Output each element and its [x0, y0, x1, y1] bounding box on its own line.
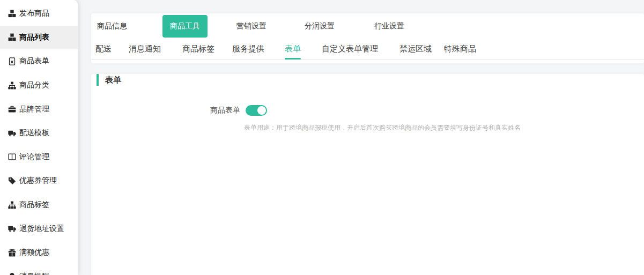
sidebar-item-product-category[interactable]: 商品分类 [0, 73, 78, 98]
tab-product-info[interactable]: 商品信息 [97, 21, 127, 31]
sidebar-item-return-address-settings[interactable]: 退货地址设置 [0, 217, 78, 241]
sidebar-item-label: 满额优惠 [19, 248, 49, 257]
truck-icon [8, 129, 16, 137]
sidebar: 发布商品 商品列表 商品表单 商品分类 品牌管理 配送模板 评论 [0, 0, 78, 275]
subtab-custom-form-management[interactable]: 自定义表单管理 [322, 39, 378, 59]
subtab-shipping[interactable]: 配送 [95, 39, 112, 59]
sidebar-item-label: 消息提醒 [19, 272, 49, 275]
section-accent-bar [97, 74, 99, 86]
bell-icon [8, 272, 16, 275]
sidebar-item-label: 配送模板 [19, 128, 49, 138]
subtab-form[interactable]: 表单 [285, 39, 301, 59]
sidebar-item-label: 发布商品 [19, 9, 49, 18]
sidebar-item-label: 评论管理 [19, 152, 49, 162]
subtab-service-provision[interactable]: 服务提供 [232, 39, 264, 59]
sub-tab-bar: 配送 消息通知 商品标签 服务提供 表单 自定义表单管理 禁运区域 特殊商品 [91, 39, 644, 60]
product-form-row: 商品表单 [91, 105, 644, 116]
sidebar-item-shipping-template[interactable]: 配送模板 [0, 121, 78, 145]
tab-industry-settings[interactable]: 行业设置 [374, 21, 404, 31]
tabs-card: 商品信息 商品工具 营销设置 分润设置 行业设置 配送 消息通知 商品标签 服务… [91, 13, 644, 63]
sidebar-item-full-amount-discount[interactable]: 满额优惠 [0, 241, 78, 265]
sidebar-item-coupon-management[interactable]: 优惠券管理 [0, 169, 78, 193]
form-help-text: 表单用途：用于跨境商品报税使用，开启后首次购买跨境商品的会员需要填写身份证号和真… [244, 123, 644, 132]
tag-icon [8, 177, 16, 185]
sitemap-icon [8, 201, 16, 209]
main-area: 商品信息 商品工具 营销设置 分润设置 行业设置 配送 消息通知 商品标签 服务… [91, 13, 644, 275]
file-x-icon [8, 57, 16, 65]
section-title-text: 表单 [105, 75, 121, 85]
sidebar-item-label: 商品标签 [19, 200, 49, 210]
sidebar-item-label: 优惠券管理 [19, 176, 57, 185]
subtab-special-products[interactable]: 特殊商品 [444, 39, 476, 59]
subtab-embargo-area[interactable]: 禁运区域 [399, 39, 432, 59]
tab-marketing-settings[interactable]: 营销设置 [236, 21, 267, 31]
sidebar-item-label: 商品列表 [19, 33, 49, 42]
cubes-icon [8, 33, 16, 41]
subtab-product-tags[interactable]: 商品标签 [182, 39, 214, 59]
tab-profit-sharing-settings[interactable]: 分润设置 [305, 21, 335, 31]
sitemap-icon [8, 81, 16, 90]
sidebar-item-product-form[interactable]: 商品表单 [0, 49, 78, 73]
sidebar-item-brand-management[interactable]: 品牌管理 [0, 97, 78, 121]
sidebar-item-product-tags[interactable]: 商品标签 [0, 193, 78, 217]
gift-icon [8, 249, 16, 257]
columns-icon [8, 153, 16, 161]
sidebar-item-label: 商品分类 [19, 80, 49, 90]
section-header: 表单 [97, 74, 644, 86]
product-form-label: 商品表单 [91, 106, 240, 115]
product-form-toggle[interactable] [246, 105, 267, 116]
cubes-icon [8, 10, 16, 18]
briefcase-icon [8, 105, 16, 113]
sidebar-item-review-management[interactable]: 评论管理 [0, 145, 78, 169]
main-tab-bar: 商品信息 商品工具 营销设置 分润设置 行业设置 [91, 13, 644, 39]
sidebar-item-publish-product[interactable]: 发布商品 [0, 2, 78, 26]
tab-product-tools[interactable]: 商品工具 [162, 15, 208, 38]
truck-icon [8, 225, 16, 233]
sidebar-item-message-reminder[interactable]: 消息提醒 [0, 265, 78, 275]
subtab-message-notification[interactable]: 消息通知 [129, 39, 161, 59]
sidebar-item-label: 品牌管理 [19, 105, 49, 114]
sidebar-item-label: 商品表单 [19, 56, 49, 66]
sidebar-item-label: 退货地址设置 [19, 224, 64, 234]
sidebar-item-product-list[interactable]: 商品列表 [0, 26, 78, 50]
content-card: 表单 商品表单 表单用途：用于跨境商品报税使用，开启后首次购买跨境商品的会员需要… [91, 74, 644, 275]
